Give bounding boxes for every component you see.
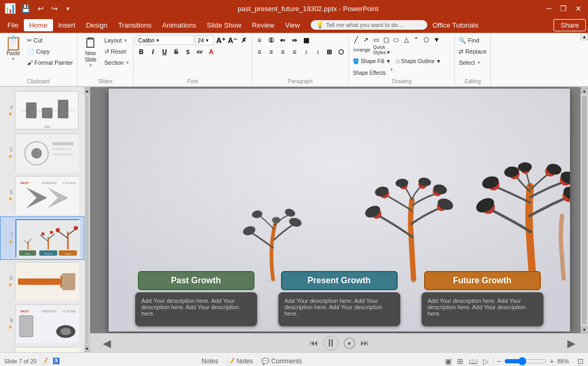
increase-indent-button[interactable]: ⇒ xyxy=(289,35,300,46)
present-growth-desc[interactable]: Add Your description here. Add Your desc… xyxy=(278,292,400,326)
slide-thumb-4[interactable]: 4 ★ Slide xyxy=(0,89,84,132)
accessibility-btn[interactable]: ♿ xyxy=(52,358,60,364)
shape-pentagon[interactable]: ⬠ xyxy=(422,35,431,45)
zoom-level-text[interactable]: 88% xyxy=(557,358,574,364)
comments-btn[interactable]: 💬 Comments xyxy=(257,356,306,366)
nav-prev-btn[interactable]: ◀ xyxy=(99,336,115,351)
menu-review[interactable]: Review xyxy=(247,19,280,31)
bold-button[interactable]: B xyxy=(136,47,146,57)
shape-more[interactable]: ▼ xyxy=(432,35,441,45)
bullets-button[interactable]: ≡ xyxy=(254,35,265,46)
slide-sorter-btn[interactable]: ⊞ xyxy=(456,356,464,367)
menu-transitions[interactable]: Transitions xyxy=(113,19,157,31)
restore-btn[interactable]: ❐ xyxy=(558,3,569,14)
scroll-up-btn[interactable]: ▲ xyxy=(581,87,588,94)
charspace-button[interactable]: AV xyxy=(194,47,205,57)
textalign-button[interactable]: ⊞ xyxy=(324,47,335,57)
menu-view[interactable]: View xyxy=(280,19,305,31)
office-tutorials-link[interactable]: Office Tutorials xyxy=(427,19,484,31)
clear-format-button[interactable]: ✗ xyxy=(239,35,249,46)
linespace-button[interactable]: ↕ xyxy=(301,47,311,57)
cut-button[interactable]: ✂Cut xyxy=(25,35,75,46)
find-button[interactable]: 🔍Find xyxy=(457,35,480,46)
slide-thumb-8[interactable]: 8 ★ xyxy=(0,260,84,302)
shape-fill-button[interactable]: 🪣 Shape Fill ▼ xyxy=(351,56,392,66)
decrease-font-button[interactable]: A⁻ xyxy=(227,35,238,46)
font-name-select[interactable]: Calibri ▼ xyxy=(136,36,194,45)
format-painter-button[interactable]: 🖌Format Painter xyxy=(25,57,75,68)
scroll-down-btn[interactable]: ▼ xyxy=(581,326,588,333)
tell-me-box[interactable]: 💡 Tell me what you want to do... xyxy=(311,20,427,30)
nav-forward-btn[interactable]: ⏭ xyxy=(361,338,369,348)
notes-label[interactable]: 📝 Notes xyxy=(225,356,256,366)
fontcolor-button[interactable]: A xyxy=(206,47,216,57)
replace-button[interactable]: ⇄Replace xyxy=(457,46,488,57)
shape-oval[interactable]: ⬭ xyxy=(391,35,401,45)
shape-outline-button[interactable]: □ Shape Outline ▼ xyxy=(394,56,443,66)
shadow-button[interactable]: S xyxy=(182,47,193,57)
shape-chevron[interactable]: ⌃ xyxy=(411,35,421,45)
menu-animations[interactable]: Animations xyxy=(157,19,201,31)
shape-effects-button[interactable]: Shape Effects xyxy=(351,67,387,78)
menu-design[interactable]: Design xyxy=(81,19,112,31)
nav-play-circle[interactable]: ● xyxy=(344,337,355,349)
decrease-indent-button[interactable]: ⇐ xyxy=(277,35,288,46)
menu-insert[interactable]: Insert xyxy=(53,19,81,31)
columns-button[interactable]: ▦ xyxy=(301,35,311,46)
align-right-button[interactable]: ≡ xyxy=(277,47,288,57)
panel-scroll-down-btn[interactable]: ▼ xyxy=(84,345,90,352)
zoom-out-btn[interactable]: − xyxy=(497,357,501,365)
align-left-button[interactable]: ≡ xyxy=(254,47,265,57)
reset-button[interactable]: ↺Reset xyxy=(103,46,131,57)
ribbon-collapse-btn[interactable]: ▲ xyxy=(581,33,588,40)
quick-save[interactable]: 💾 xyxy=(19,3,32,14)
paste-button[interactable]: 📋 Paste ▼ xyxy=(2,35,24,63)
increase-font-button[interactable]: A⁺ xyxy=(215,35,226,46)
slide-canvas-container[interactable]: Click mouse in slide show mode to advanc… xyxy=(90,87,588,333)
quick-redo[interactable]: ↪ xyxy=(49,3,60,14)
select-button[interactable]: Select▼ xyxy=(457,57,482,68)
notes-btn[interactable]: Notes xyxy=(197,356,222,366)
shape-rounded-rect[interactable]: ▢ xyxy=(381,35,391,45)
future-growth-desc[interactable]: Add Your description here. Add Your desc… xyxy=(422,292,543,326)
slide-thumb-9[interactable]: 9 ★ PAST PRESENT FUTURE xyxy=(0,302,84,345)
shape-line[interactable]: ╱ xyxy=(351,35,361,45)
fit-slide-btn[interactable]: ⊡ xyxy=(577,357,584,365)
nav-rewind-btn[interactable]: ⏮ xyxy=(310,338,318,348)
textdir-button[interactable]: ↕ xyxy=(312,47,323,57)
smartart-button[interactable]: ⬡ xyxy=(336,47,346,57)
slide-thumb-7[interactable]: 7 ★ xyxy=(0,216,84,260)
menu-slideshow[interactable]: Slide Show xyxy=(201,19,247,31)
shape-rect[interactable]: ▭ xyxy=(371,35,381,45)
shape-arrow[interactable]: ↗ xyxy=(361,35,371,45)
slide-thumb-10[interactable]: 10 ★ PAST PRESENT FUTURE xyxy=(0,345,84,352)
strikethrough-button[interactable]: S xyxy=(171,47,181,57)
shape-triangle[interactable]: △ xyxy=(401,35,411,45)
font-size-select[interactable]: 24 ▼ xyxy=(195,36,214,45)
numbering-button[interactable]: ① xyxy=(266,35,276,46)
align-center-button[interactable]: ≡ xyxy=(266,47,276,57)
past-growth-desc[interactable]: Add Your description here. Add Your desc… xyxy=(135,292,257,326)
normal-view-btn[interactable]: ▣ xyxy=(444,356,453,367)
slideshow-btn[interactable]: ▷ xyxy=(482,356,490,367)
zoom-slider[interactable] xyxy=(504,357,547,365)
close-btn[interactable]: ✕ xyxy=(573,3,584,14)
slide-thumb-6[interactable]: 6 ★ PAST PRESENT FUTURE xyxy=(0,174,84,216)
new-slide-button[interactable]: 🗒 New Slide ▼ xyxy=(80,35,102,69)
justify-button[interactable]: ≡ xyxy=(289,47,300,57)
menu-file[interactable]: File xyxy=(2,19,24,31)
copy-button[interactable]: 📄Copy xyxy=(25,46,75,57)
panel-scroll-up-btn[interactable]: ▲ xyxy=(84,87,90,94)
italic-button[interactable]: I xyxy=(147,47,158,57)
minimize-btn[interactable]: ─ xyxy=(543,3,554,14)
slide-thumb-5[interactable]: 5 ★ xyxy=(0,132,84,174)
layout-button[interactable]: Layout▼ xyxy=(103,35,131,46)
share-button[interactable]: Share xyxy=(554,19,586,31)
quick-undo[interactable]: ↩ xyxy=(36,3,46,14)
quick-customize[interactable]: ▼ xyxy=(63,5,73,13)
underline-button[interactable]: U xyxy=(159,47,170,57)
zoom-in-btn[interactable]: + xyxy=(550,357,554,365)
nav-next-btn[interactable]: ▶ xyxy=(563,336,580,351)
arrange-button[interactable]: Arrange xyxy=(351,45,372,55)
reading-view-btn[interactable]: 📖 xyxy=(468,356,479,367)
